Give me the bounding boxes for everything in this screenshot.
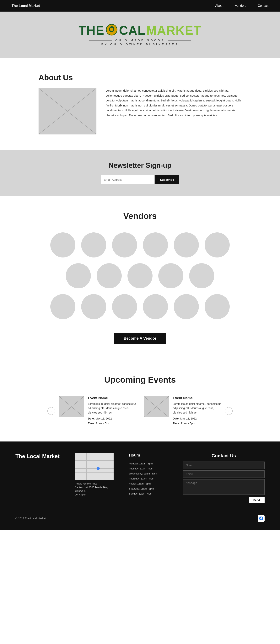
hours-friday: Friday: 11am - 8pm [129, 481, 168, 486]
event-info: Event Name Lorem ipsum dolor sit amet, c… [173, 396, 221, 426]
vendor-circle [112, 294, 137, 319]
send-button[interactable]: Send [249, 497, 264, 503]
become-vendor-button[interactable]: Become A Vendor [114, 333, 166, 344]
nav-link-contact[interactable]: Contact [258, 4, 268, 8]
vendor-circle [158, 263, 184, 288]
vendors-section: Vendors Become A Vendor [0, 196, 280, 360]
logo-sub1: OHIO MADE GOODS [115, 39, 165, 42]
svg-point-2 [110, 28, 114, 31]
footer-map-address: Polaris Fashion PlaceCenter court, 1500 … [75, 482, 114, 497]
vendor-grid-row1 [19, 232, 261, 258]
vendor-circle [81, 294, 106, 319]
event-date-label: Date: May 11, 2022 [88, 417, 112, 420]
about-title: About Us [38, 73, 242, 82]
vendor-circle [50, 294, 76, 319]
vendor-grid-row3 [19, 294, 261, 319]
vendor-circle [66, 263, 91, 288]
hours-tuesday: Tuesday: 11am - 8pm [129, 466, 168, 471]
vendor-circle [174, 232, 199, 258]
footer-brand: The Local Market [16, 453, 60, 462]
email-input[interactable] [101, 175, 155, 184]
nav-brand: The Local Market [12, 4, 40, 8]
logo-divider: OHIO MADE GOODS [78, 39, 201, 42]
newsletter-section: Newsletter Sign-up Subscribe [0, 150, 280, 196]
vendor-circle [128, 263, 152, 288]
event-image [144, 396, 169, 418]
footer-bottom: © 2023 The Local Market [16, 511, 264, 522]
logo-text-cal: CAL [119, 23, 146, 38]
nav-link-vendors[interactable]: Vendors [235, 4, 246, 8]
svg-point-3 [110, 27, 111, 28]
event-card: Event Name Lorem ipsum dolor sit amet, c… [59, 396, 136, 426]
event-description: Lorem ipsum dolor sit amet, consectetur … [88, 402, 136, 415]
footer-brand-name: The Local Market [16, 453, 60, 460]
footer-hours: Hours Monday: 11am - 8pm Tuesday: 11am -… [129, 453, 168, 496]
chevron-right-icon: › [228, 409, 230, 413]
newsletter-form: Subscribe [38, 175, 242, 184]
svg-rect-11 [75, 453, 114, 480]
logo-text-the: THE [78, 23, 104, 38]
footer: The Local Market Polaris Fashion Pl [0, 442, 280, 530]
vendor-circle [112, 232, 137, 258]
vendors-title: Vendors [19, 211, 261, 221]
logo-text-market: MARKET [146, 23, 202, 38]
subscribe-button[interactable]: Subscribe [155, 175, 180, 184]
events-cards: Event Name Lorem ipsum dolor sit amet, c… [59, 396, 221, 426]
about-body: Lorem ipsum dolor sit amet, consectetur … [106, 88, 242, 118]
event-time-label: Time: 11am - 5pm [88, 422, 110, 425]
carousel-next-button[interactable]: › [225, 407, 232, 415]
vendor-circle [81, 232, 106, 258]
hero-logo: THE CAL MARKET OHIO MADE GOODS BY OHIO O… [78, 23, 201, 46]
vendor-grid-row2 [19, 263, 261, 288]
vendor-circle [50, 232, 76, 258]
hero-section: THE CAL MARKET OHIO MADE GOODS BY OHIO O… [0, 12, 280, 58]
event-info: Event Name Lorem ipsum dolor sit amet, c… [88, 396, 136, 426]
hours-saturday: Saturday: 11am - 8pm [129, 486, 168, 491]
event-time-label: Time: 11am - 5pm [173, 422, 195, 425]
contact-email-input[interactable] [183, 470, 264, 478]
facebook-icon[interactable] [258, 515, 264, 522]
event-meta: Date: May 11, 2022 Time: 11am - 5pm [173, 416, 221, 426]
events-title: Upcoming Events [19, 375, 261, 384]
contact-message-input[interactable] [183, 479, 264, 495]
svg-line-7 [59, 396, 84, 417]
vendor-circle [143, 294, 168, 319]
events-section: Upcoming Events ‹ Event Name Lorem ipsum… [0, 360, 280, 442]
event-name: Event Name [88, 396, 136, 400]
footer-top: The Local Market Polaris Fashion Pl [16, 453, 264, 503]
vendor-circle [189, 263, 214, 288]
footer-hours-title: Hours [129, 453, 168, 459]
footer-map-image [75, 453, 114, 480]
events-carousel: ‹ Event Name Lorem ipsum dolor sit amet,… [19, 396, 261, 426]
footer-submit-row: Send [183, 497, 264, 503]
about-section: About Us Lorem ipsum dolor sit amet, con… [0, 58, 280, 150]
hours-sunday: Sunday: 12pm - 6pm [129, 491, 168, 496]
vendor-circle [96, 263, 122, 288]
about-content: Lorem ipsum dolor sit amet, consectetur … [38, 88, 242, 134]
vendor-circle [143, 232, 168, 258]
svg-line-9 [144, 396, 169, 417]
logo-icon [106, 24, 118, 36]
hours-wednesday: Wednesday: 11am - 8pm [129, 471, 168, 476]
newsletter-title: Newsletter Sign-up [38, 162, 242, 170]
footer-brand-divider [16, 462, 31, 462]
logo-sub2-wrap: BY OHIO OWNED BUSINESSES [78, 42, 201, 46]
footer-copyright: © 2023 The Local Market [16, 517, 46, 520]
logo-sub2: BY OHIO OWNED BUSINESSES [101, 43, 178, 46]
carousel-prev-button[interactable]: ‹ [48, 407, 55, 415]
vendor-circle [204, 294, 230, 319]
event-card: Event Name Lorem ipsum dolor sit amet, c… [144, 396, 221, 426]
event-name: Event Name [173, 396, 221, 400]
hours-thursday: Thursday: 11am - 8pm [129, 476, 168, 481]
nav-links: About Vendors Contact [215, 4, 268, 8]
event-meta: Date: May 11, 2022 Time: 11am - 5pm [88, 416, 136, 426]
event-date-label: Date: May 11, 2022 [173, 417, 197, 420]
hours-monday: Monday: 11am - 8pm [129, 461, 168, 466]
contact-name-input[interactable] [183, 462, 264, 469]
about-image [38, 88, 96, 134]
vendor-circle [204, 232, 230, 258]
footer-contact-title: Contact Us [183, 453, 264, 458]
navbar: The Local Market About Vendors Contact [0, 0, 280, 12]
svg-point-4 [112, 27, 114, 28]
nav-link-about[interactable]: About [215, 4, 223, 8]
